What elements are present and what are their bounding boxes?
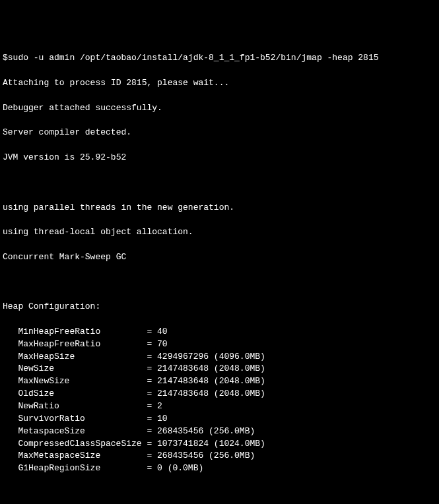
- config-value: = 2: [147, 400, 162, 413]
- config-value: = 268435456 (256.0MB): [147, 450, 255, 462]
- config-value: = 2147483648 (2048.0MB): [147, 388, 265, 400]
- config-row: MaxMetaspaceSize= 268435456 (256.0MB): [3, 450, 436, 462]
- gc-msg: Concurrent Mark-Sweep GC: [3, 251, 436, 264]
- config-row: MaxHeapFreeRatio= 70: [3, 338, 436, 351]
- config-value: = 1073741824 (1024.0MB): [147, 438, 265, 451]
- config-value: = 70: [147, 338, 167, 351]
- heap-config-title: Heap Configuration:: [3, 301, 436, 313]
- blank: [3, 488, 436, 500]
- config-value: = 10: [147, 413, 167, 425]
- debugger-msg: Debugger attached successfully.: [3, 102, 436, 115]
- config-key: G1HeapRegionSize: [18, 462, 147, 475]
- config-row: MinHeapFreeRatio= 40: [3, 326, 436, 338]
- config-row: MaxNewSize= 2147483648 (2048.0MB): [3, 375, 436, 388]
- config-row: MaxHeapSize= 4294967296 (4096.0MB): [3, 351, 436, 363]
- config-row: MetaspaceSize= 268435456 (256.0MB): [3, 425, 436, 438]
- config-key: MetaspaceSize: [18, 425, 147, 438]
- config-row: CompressedClassSpaceSize= 1073741824 (10…: [3, 438, 436, 451]
- server-msg: Server compiler detected.: [3, 127, 436, 139]
- config-key: MaxMetaspaceSize: [18, 450, 147, 462]
- config-key: OldSize: [18, 388, 147, 400]
- config-value: = 2147483648 (2048.0MB): [147, 363, 265, 375]
- jvm-version-msg: JVM version is 25.92-b52: [3, 152, 436, 164]
- config-key: SurvivorRatio: [18, 413, 147, 425]
- config-key: MaxNewSize: [18, 375, 147, 388]
- config-key: MinHeapFreeRatio: [18, 326, 147, 338]
- config-value: = 40: [147, 326, 167, 338]
- config-key: NewRatio: [18, 400, 147, 413]
- config-value: = 0 (0.0MB): [147, 462, 203, 475]
- config-row: NewRatio= 2: [3, 400, 436, 413]
- config-key: CompressedClassSpaceSize: [18, 438, 147, 451]
- command-line: $sudo -u admin /opt/taobao/install/ajdk-…: [3, 52, 436, 65]
- config-row: NewSize= 2147483648 (2048.0MB): [3, 363, 436, 375]
- thread-local-msg: using thread-local object allocation.: [3, 226, 436, 239]
- parallel-threads-msg: using parallel threads in the new genera…: [3, 202, 436, 214]
- config-value: = 4294967296 (4096.0MB): [147, 351, 265, 363]
- config-row: SurvivorRatio= 10: [3, 413, 436, 425]
- config-key: MaxHeapSize: [18, 351, 147, 363]
- config-key: MaxHeapFreeRatio: [18, 338, 147, 351]
- config-row: G1HeapRegionSize= 0 (0.0MB): [3, 462, 436, 475]
- blank: [3, 276, 436, 289]
- config-row: OldSize= 2147483648 (2048.0MB): [3, 388, 436, 400]
- config-value: = 2147483648 (2048.0MB): [147, 375, 265, 388]
- config-value: = 268435456 (256.0MB): [147, 425, 255, 438]
- attaching-msg: Attaching to process ID 2815, please wai…: [3, 77, 436, 90]
- config-key: NewSize: [18, 363, 147, 375]
- blank: [3, 177, 436, 189]
